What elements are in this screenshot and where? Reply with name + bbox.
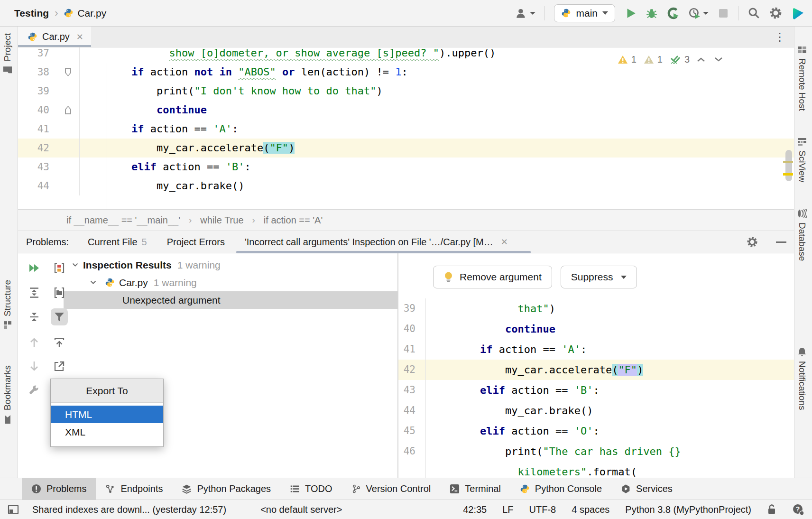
code-line-40[interactable]: 40 continue xyxy=(398,319,794,339)
inspection-widget[interactable]: 1 1 3 xyxy=(618,54,723,65)
breadcrumb[interactable]: if __name__ == '__main__' xyxy=(66,215,180,226)
code-line-38[interactable]: 38 if action not in "ABOS" or len(action… xyxy=(18,63,794,82)
tree-row-root[interactable]: Inspection Results 1 warning xyxy=(64,256,397,274)
next-problem-button[interactable] xyxy=(26,358,43,375)
stripe-item-bookmarks[interactable]: Bookmarks xyxy=(2,365,13,424)
code-editor[interactable]: 37 show [o]dometer, or show average [s]p… xyxy=(18,47,794,209)
toolwindow-button-problems[interactable]: Problems xyxy=(22,478,96,500)
stripe-item-notifications[interactable]: Notifications xyxy=(797,347,807,410)
caret-position[interactable]: 42:35 xyxy=(463,504,487,515)
stripe-item-remote-host[interactable]: Remote Host xyxy=(797,46,807,111)
code-line-42[interactable]: 42 my_car.accelerate("F") xyxy=(398,360,794,380)
code-line-41[interactable]: 41 if action == 'A': xyxy=(398,339,794,360)
breadcrumb[interactable]: if action == 'A' xyxy=(264,215,323,226)
code-line-44[interactable]: 44 my_car.brake() xyxy=(398,400,794,421)
line-ending[interactable]: LF xyxy=(502,504,513,515)
gear-icon[interactable] xyxy=(747,236,758,248)
tree-row-problem-selected[interactable]: Unexpected argument xyxy=(64,291,397,309)
stripe-item-sciview[interactable]: SciView xyxy=(797,138,807,182)
code-text: my_car.brake() xyxy=(426,400,593,421)
run-button[interactable] xyxy=(624,7,637,19)
toolwindow-button-python-console[interactable]: Python Console xyxy=(510,478,611,500)
settings-gear-button[interactable] xyxy=(769,7,782,19)
code-line-44[interactable]: 44 my_car.brake() xyxy=(18,176,794,195)
close-icon[interactable]: ✕ xyxy=(501,237,508,247)
run-with-coverage-button[interactable] xyxy=(667,7,679,19)
previous-problem-button[interactable] xyxy=(26,334,43,351)
weak-warning-count: 1 xyxy=(657,54,663,65)
minimize-icon[interactable] xyxy=(776,241,786,243)
status-default-server[interactable]: <no default server> xyxy=(260,504,342,515)
run-configuration-select[interactable]: main xyxy=(554,4,615,22)
editor-scrollbar-thumb[interactable] xyxy=(785,150,792,181)
rerun-inspection-button[interactable] xyxy=(26,260,43,277)
warning-triangle-icon xyxy=(618,55,628,64)
chevron-down-icon[interactable] xyxy=(72,263,78,267)
tab-project-errors[interactable]: Project Errors xyxy=(167,231,225,253)
code-text: if action not in "ABOS" or len(action) !… xyxy=(80,63,408,82)
filter-button[interactable] xyxy=(51,308,68,325)
breadcrumb-project[interactable]: Testing xyxy=(14,8,49,19)
export-option-html[interactable]: HTML xyxy=(51,406,163,423)
toolwindow-button-terminal[interactable]: Terminal xyxy=(440,478,510,500)
tab-inspection-results[interactable]: 'Incorrect call arguments' Inspection on… xyxy=(245,231,508,253)
code-line-43[interactable]: 43 elif action == 'B': xyxy=(398,380,794,400)
user-menu-button[interactable] xyxy=(515,7,535,19)
stop-button[interactable] xyxy=(718,8,729,19)
close-icon[interactable]: ✕ xyxy=(76,32,83,42)
breadcrumb-file[interactable]: Car.py xyxy=(77,8,106,19)
stripe-item-database[interactable]: Database xyxy=(797,209,807,261)
preview-code[interactable]: 39 that")40 continue41 if action == 'A':… xyxy=(398,298,794,478)
tab-current-file[interactable]: Current File5 xyxy=(88,231,147,253)
breadcrumb[interactable]: while True xyxy=(200,215,243,226)
code-line-41[interactable]: 41 if action == 'A': xyxy=(18,120,794,139)
toolwindow-button-todo[interactable]: TODO xyxy=(280,478,341,500)
group-by-directory-button[interactable] xyxy=(51,284,68,301)
indent-setting[interactable]: 4 spaces xyxy=(572,504,609,515)
toolwindow-button-services[interactable]: Services xyxy=(611,478,682,500)
python-interpreter[interactable]: Python 3.8 (MyPythonProject) xyxy=(625,504,751,515)
toolwindow-button-endpoints[interactable]: Endpoints xyxy=(96,478,172,500)
expand-all-button[interactable] xyxy=(26,284,43,301)
tab-car-py[interactable]: Car.py ✕ xyxy=(18,27,91,47)
fold-marker-icon[interactable] xyxy=(65,68,71,76)
gradient-logo-icon[interactable] xyxy=(791,6,805,20)
toolwindow-button-python-packages[interactable]: Python Packages xyxy=(172,478,280,500)
inspections-profile-icon[interactable]: ? xyxy=(792,503,804,516)
move-to-toolbar-button[interactable] xyxy=(51,334,68,351)
tree-row-file[interactable]: Car.py 1 warning xyxy=(64,274,397,291)
fold-marker-icon[interactable] xyxy=(65,106,71,114)
code-line-39[interactable]: 39 that") xyxy=(398,298,794,319)
code-line-39[interactable]: 39 print("I don't know how to do that") xyxy=(18,82,794,101)
collapse-all-button[interactable] xyxy=(26,308,43,325)
unlocked-padlock-icon[interactable] xyxy=(767,504,776,515)
tool-window-toggle-icon[interactable] xyxy=(8,504,19,515)
suppress-button[interactable]: Suppress xyxy=(561,266,637,288)
debug-button[interactable] xyxy=(646,7,658,19)
export-button[interactable] xyxy=(51,358,68,375)
stripe-item-structure[interactable]: Structure xyxy=(2,280,13,329)
code-line-46[interactable]: 46 print("The car has driven {} xyxy=(398,441,794,462)
code-line-42[interactable]: 42 my_car.accelerate("F") xyxy=(18,139,794,158)
chevron-down-icon[interactable] xyxy=(714,57,723,62)
stripe-item-project[interactable]: Project xyxy=(2,33,13,74)
line-number: 45 xyxy=(400,421,415,441)
code-line-43[interactable]: 43 elif action == 'B': xyxy=(18,158,794,176)
chevron-down-icon[interactable] xyxy=(90,280,96,285)
code-line[interactable]: kilometers".format( xyxy=(398,462,794,478)
stripe-item-label: Project xyxy=(2,33,13,61)
search-everywhere-button[interactable] xyxy=(747,7,760,19)
toolwindow-button-version-control[interactable]: Version Control xyxy=(342,478,441,500)
export-option-xml[interactable]: XML xyxy=(51,423,163,441)
chevron-up-icon[interactable] xyxy=(697,57,705,62)
remove-argument-button[interactable]: Remove argument xyxy=(433,266,552,288)
profiler-button[interactable] xyxy=(688,7,709,19)
code-line-40[interactable]: 40 continue xyxy=(18,101,794,120)
severity-filter-button[interactable] xyxy=(51,260,68,277)
status-message[interactable]: Shared indexes are downl... (yesterday 1… xyxy=(32,504,226,515)
inspection-settings-wrench-button[interactable] xyxy=(26,381,43,399)
code-line-45[interactable]: 45 elif action == 'O': xyxy=(398,421,794,441)
line-number: 46 xyxy=(400,441,415,462)
file-encoding[interactable]: UTF-8 xyxy=(529,504,556,515)
tab-options-kebab-icon[interactable]: ⋮ xyxy=(774,30,785,44)
